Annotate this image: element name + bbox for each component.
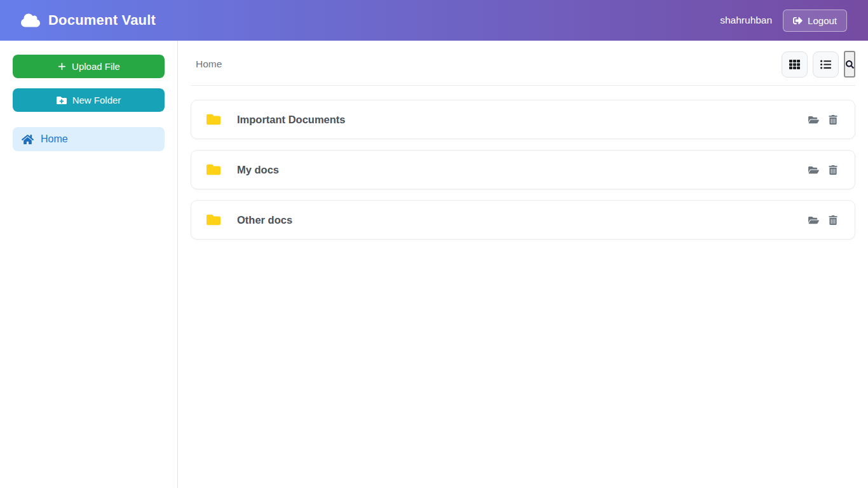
- upload-file-label: Upload File: [72, 61, 120, 72]
- sidebar: Upload File New Folder Home: [0, 41, 178, 488]
- open-folder-icon[interactable]: [808, 115, 819, 125]
- grid-view-button[interactable]: [782, 51, 808, 78]
- app-brand: Document Vault: [21, 12, 156, 29]
- folder-name: My docs: [237, 164, 279, 176]
- folder-actions: [808, 215, 837, 225]
- sidebar-item-home-label: Home: [41, 133, 68, 145]
- plus-icon: [57, 62, 66, 71]
- folder-row[interactable]: Important Documents: [191, 100, 855, 139]
- open-folder-icon[interactable]: [808, 215, 819, 225]
- top-navbar: Document Vault shahruhban Logout: [0, 0, 868, 41]
- folder-actions: [808, 115, 837, 125]
- page-layout: Upload File New Folder Home Home: [0, 41, 868, 488]
- breadcrumb[interactable]: Home: [191, 58, 222, 70]
- logout-button-label: Logout: [808, 15, 837, 26]
- folder-row[interactable]: My docs: [191, 150, 855, 189]
- folder-list: Important Documents My docs: [191, 100, 855, 240]
- grid-view-icon: [789, 59, 800, 70]
- main-content: Home: [178, 41, 868, 488]
- home-icon: [22, 134, 34, 145]
- folder-icon: [205, 112, 222, 126]
- app-title: Document Vault: [48, 12, 156, 29]
- new-folder-label: New Folder: [72, 95, 121, 105]
- new-folder-button[interactable]: New Folder: [13, 88, 165, 112]
- toolbar: Home: [191, 51, 855, 86]
- search-icon: [846, 60, 854, 69]
- logout-button[interactable]: Logout: [783, 10, 847, 32]
- search-input[interactable]: [844, 51, 855, 78]
- navbar-right: shahruhban Logout: [720, 10, 847, 32]
- folder-actions: [808, 165, 837, 175]
- sidebar-item-home[interactable]: Home: [13, 127, 165, 151]
- upload-file-button[interactable]: Upload File: [13, 55, 165, 78]
- folder-row[interactable]: Other docs: [191, 200, 855, 240]
- cloud-icon: [21, 13, 40, 28]
- trash-icon[interactable]: [829, 115, 837, 125]
- folder-plus-icon: [57, 95, 67, 105]
- folder-name: Important Documents: [237, 114, 346, 126]
- folder-icon: [205, 163, 222, 177]
- sign-out-icon: [793, 16, 803, 25]
- list-view-button[interactable]: [813, 51, 839, 78]
- folder-icon: [205, 213, 222, 227]
- trash-icon[interactable]: [829, 165, 837, 175]
- folder-name: Other docs: [237, 214, 292, 226]
- view-controls: [782, 51, 855, 78]
- list-view-icon: [820, 59, 831, 70]
- open-folder-icon[interactable]: [808, 165, 819, 175]
- username-label: shahruhban: [720, 15, 772, 26]
- trash-icon[interactable]: [829, 215, 837, 225]
